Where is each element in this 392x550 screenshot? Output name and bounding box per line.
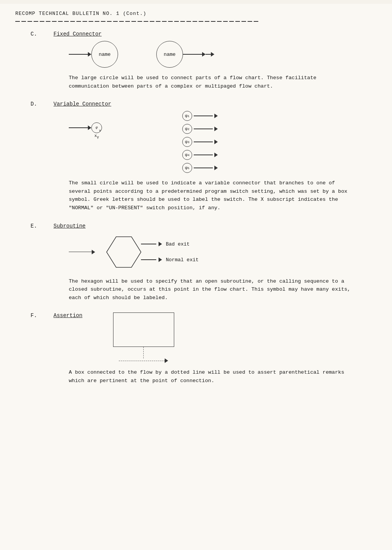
section-d-letter: D. [31,101,53,107]
page: RECOMP TECHNICAL BULLETIN NO. 1 (Cont.) … [0,4,392,550]
exit-lines: Bad exit Normal exit [141,241,199,263]
section-c-text: The large circle will be used to connect… [69,74,354,90]
assertion-horiz-dotted [119,358,168,363]
circled-1: φ1 [182,111,192,121]
section-e-title: Subroutine [53,223,86,229]
connector-circle-right: name [156,41,183,68]
var-conn-item-5: φ5 [182,163,218,173]
section-e-letter: E. [31,223,53,229]
variable-connector-circle: φ γ [91,122,102,133]
normal-exit-label: Normal exit [166,257,199,263]
variable-connector-diagrams: φ γ xγ φ1 φ2 φ3 [69,111,377,173]
fixed-connector-diagrams: name name [69,41,377,68]
var-conn-item-4: φ4 [182,150,218,160]
var-conn-left-diagram: φ γ xγ [69,122,102,133]
normal-exit-row: Normal exit [141,257,199,263]
circled-3: φ3 [182,137,192,147]
assertion-diagram [113,312,174,363]
circled-4: φ4 [182,150,192,160]
divider [15,20,377,23]
assertion-vert-dotted [143,347,144,358]
svg-marker-0 [107,237,141,267]
section-c-title: Fixed Connector [53,31,102,37]
connector-diagram-right: name [156,41,214,68]
circled-5: φ5 [182,163,192,173]
section-f-label: F. Assertion [15,312,83,319]
bad-exit-label: Bad exit [166,241,190,247]
section-f-title: Assertion [53,312,83,319]
subroutine-diagram: Bad exit Normal exit [69,233,377,271]
page-header: RECOMP TECHNICAL BULLETIN NO. 1 (Cont.) [15,11,377,16]
assertion-horiz-line [119,361,165,361]
assertion-box [113,312,174,347]
var-conn-item-3: φ3 [182,137,218,147]
connector-diagram-left: name [69,41,118,68]
section-e: E. Subroutine Bad exit [15,223,377,302]
section-f: F. Assertion A box connected to the flow… [15,312,377,385]
connector-circle-left: name [91,41,118,68]
bad-exit-row: Bad exit [141,241,199,247]
section-f-text: A box connected to the flow by a dotted … [69,368,354,385]
section-c-label: C. Fixed Connector [15,31,377,37]
section-d-text: The small circle will be used to indicat… [69,179,354,212]
section-f-letter: F. [31,312,53,319]
var-conn-right-items: φ1 φ2 φ3 φ4 [182,111,218,173]
circled-2: φ2 [182,124,192,134]
hexagon-svg [95,233,145,271]
section-d-label: D. Variable Connector [15,101,377,107]
assertion-arrow [165,358,168,363]
section-e-text: The hexagon will be used to specify that… [69,277,354,302]
section-f-header-row: F. Assertion [15,312,377,363]
section-c-letter: C. [31,31,53,37]
section-e-label: E. Subroutine [15,223,377,229]
section-c: C. Fixed Connector name n [15,31,377,90]
header-title: RECOMP TECHNICAL BULLETIN NO. 1 (Cont.) [15,11,146,16]
var-conn-item-2: φ2 [182,124,218,134]
section-d: D. Variable Connector φ γ xγ φ1 [15,101,377,212]
var-conn-item-1: φ1 [182,111,218,121]
section-d-title: Variable Connector [53,101,111,107]
